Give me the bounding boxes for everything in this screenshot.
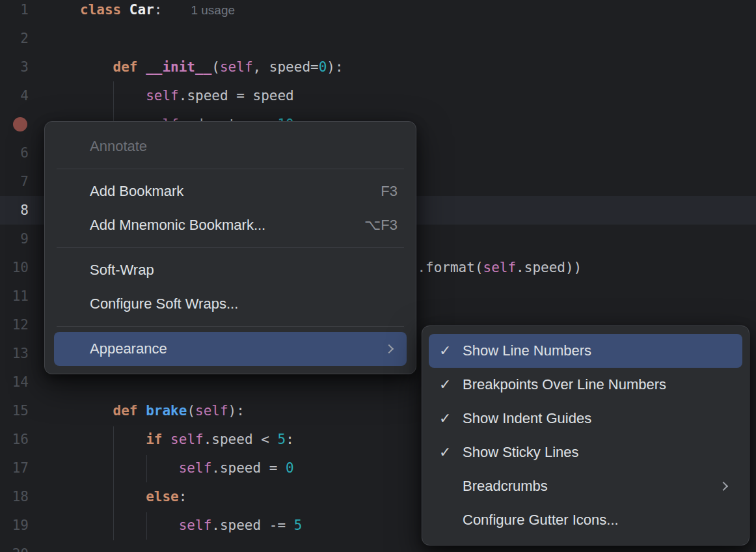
code-token: self bbox=[146, 88, 179, 104]
checkmark-icon: ✓ bbox=[439, 376, 463, 393]
line-number[interactable]: 15 bbox=[0, 396, 29, 425]
line-number[interactable]: 1 bbox=[0, 0, 29, 24]
indent-guide bbox=[113, 81, 114, 121]
code-token: self bbox=[179, 518, 212, 533]
line-number[interactable]: 12 bbox=[0, 310, 29, 339]
submenu-item-show-indent-guides[interactable]: ✓Show Indent Guides bbox=[429, 402, 742, 435]
menu-item-appearance[interactable]: Appearance bbox=[54, 332, 407, 366]
menu-item-label: Appearance bbox=[90, 340, 167, 357]
menu-item-label: Annotate bbox=[90, 138, 147, 155]
code-line[interactable]: 2 bbox=[0, 24, 756, 53]
menu-item-label: Add Bookmark bbox=[90, 183, 183, 200]
code-text bbox=[29, 540, 80, 552]
indent-guide bbox=[146, 512, 147, 540]
code-token: else bbox=[146, 489, 179, 504]
code-token: ): bbox=[228, 403, 245, 419]
menu-item-shortcut: F3 bbox=[361, 183, 398, 200]
submenu-item-label: Show Indent Guides bbox=[463, 410, 591, 427]
line-number[interactable]: 2 bbox=[0, 24, 29, 53]
code-token: self bbox=[195, 403, 228, 419]
code-token: self bbox=[170, 432, 204, 447]
menu-item-annotate: Annotate bbox=[54, 130, 407, 163]
code-token: brake bbox=[146, 403, 187, 419]
line-number[interactable]: 11 bbox=[0, 282, 29, 310]
line-number[interactable]: 20 bbox=[0, 540, 29, 552]
indent-guide bbox=[146, 455, 147, 482]
submenu-item-configure-gutter-icons[interactable]: Configure Gutter Icons... bbox=[429, 503, 742, 537]
usages-inlay-hint[interactable]: 1 usage bbox=[191, 3, 235, 17]
menu-item-label: Add Mnemonic Bookmark... bbox=[90, 217, 265, 234]
code-token: ( bbox=[211, 59, 220, 75]
code-token: self bbox=[483, 260, 517, 275]
code-token: self bbox=[220, 59, 253, 75]
menu-item-shortcut: ⌥F3 bbox=[345, 217, 398, 234]
gutter-cell[interactable] bbox=[0, 110, 29, 139]
menu-item-configure-soft-wraps[interactable]: Configure Soft Wraps... bbox=[54, 287, 407, 321]
menu-item-add-mnemonic-bookmark[interactable]: Add Mnemonic Bookmark...⌥F3 bbox=[54, 208, 407, 242]
code-token: .speed)) bbox=[516, 260, 582, 275]
code-token: class bbox=[80, 2, 129, 18]
code-token: self bbox=[179, 460, 212, 476]
checkmark-icon: ✓ bbox=[439, 410, 463, 427]
code-text: self.speed = 0 bbox=[29, 454, 294, 482]
submenu-item-label: Breakpoints Over Line Numbers bbox=[463, 376, 666, 393]
code-token bbox=[80, 518, 179, 533]
menu-separator bbox=[57, 247, 404, 248]
code-token: .format( bbox=[417, 260, 483, 275]
line-number[interactable]: 10 bbox=[0, 253, 29, 282]
code-token: 0 bbox=[286, 460, 294, 476]
breakpoint-icon[interactable] bbox=[13, 117, 27, 131]
code-token: if bbox=[146, 432, 170, 447]
code-token bbox=[80, 403, 113, 419]
chevron-right-icon bbox=[719, 482, 728, 491]
code-line[interactable]: 1 class Car:1 usage bbox=[0, 0, 756, 24]
submenu-item-breakpoints-over-line-numbers[interactable]: ✓Breakpoints Over Line Numbers bbox=[429, 368, 742, 402]
code-token: __init__ bbox=[146, 59, 211, 75]
code-text: class Car:1 usage bbox=[29, 0, 235, 24]
submenu-item-show-line-numbers[interactable]: ✓Show Line Numbers bbox=[429, 334, 742, 368]
code-text: else: bbox=[29, 482, 187, 511]
line-number[interactable]: 14 bbox=[0, 368, 29, 396]
code-token: : bbox=[154, 2, 163, 18]
code-token: ): bbox=[327, 59, 343, 75]
code-token: 5 bbox=[277, 432, 286, 447]
line-number[interactable]: 17 bbox=[0, 454, 29, 482]
menu-item-add-bookmark[interactable]: Add BookmarkF3 bbox=[54, 174, 407, 208]
code-token: 0 bbox=[319, 59, 327, 75]
menu-separator bbox=[57, 326, 404, 327]
indent-guide bbox=[113, 426, 114, 540]
line-number[interactable]: 13 bbox=[0, 339, 29, 368]
code-token: Car bbox=[129, 2, 154, 18]
line-number[interactable]: 16 bbox=[0, 425, 29, 454]
line-number[interactable]: 3 bbox=[0, 53, 29, 81]
code-token: : bbox=[179, 489, 187, 504]
line-number[interactable]: 4 bbox=[0, 81, 29, 110]
line-number[interactable]: 19 bbox=[0, 511, 29, 540]
checkmark-icon: ✓ bbox=[439, 444, 463, 461]
submenu-item-label: Show Sticky Lines bbox=[463, 444, 579, 461]
code-token bbox=[80, 460, 179, 476]
code-text: if self.speed < 5: bbox=[29, 425, 294, 454]
code-token: def bbox=[113, 403, 146, 419]
line-number[interactable]: 8 bbox=[0, 196, 29, 225]
menu-item-soft-wrap[interactable]: Soft-Wrap bbox=[54, 253, 407, 287]
submenu-item-label: Show Line Numbers bbox=[463, 342, 591, 359]
menu-item-label: Soft-Wrap bbox=[90, 262, 154, 279]
code-line[interactable]: 3 def __init__(self, speed=0): bbox=[0, 53, 756, 81]
submenu-item-breadcrumbs[interactable]: Breadcrumbs bbox=[429, 469, 742, 503]
code-token: .speed -= bbox=[211, 518, 293, 533]
submenu-item-label: Configure Gutter Icons... bbox=[463, 512, 619, 529]
line-number[interactable]: 7 bbox=[0, 167, 29, 196]
line-number[interactable]: 18 bbox=[0, 482, 29, 511]
submenu-item-show-sticky-lines[interactable]: ✓Show Sticky Lines bbox=[429, 435, 742, 469]
menu-item-label: Configure Soft Wraps... bbox=[90, 296, 238, 312]
code-text: self.speed -= 5 bbox=[29, 511, 302, 540]
line-number[interactable]: 6 bbox=[0, 139, 29, 167]
code-token: def bbox=[113, 59, 146, 75]
code-text: def brake(self): bbox=[29, 396, 245, 425]
line-number[interactable]: 9 bbox=[0, 225, 29, 253]
code-text: self.speed = speed bbox=[29, 81, 294, 110]
code-token: , speed= bbox=[253, 59, 319, 75]
code-token bbox=[80, 59, 113, 75]
submenu-item-label: Breadcrumbs bbox=[463, 478, 548, 495]
